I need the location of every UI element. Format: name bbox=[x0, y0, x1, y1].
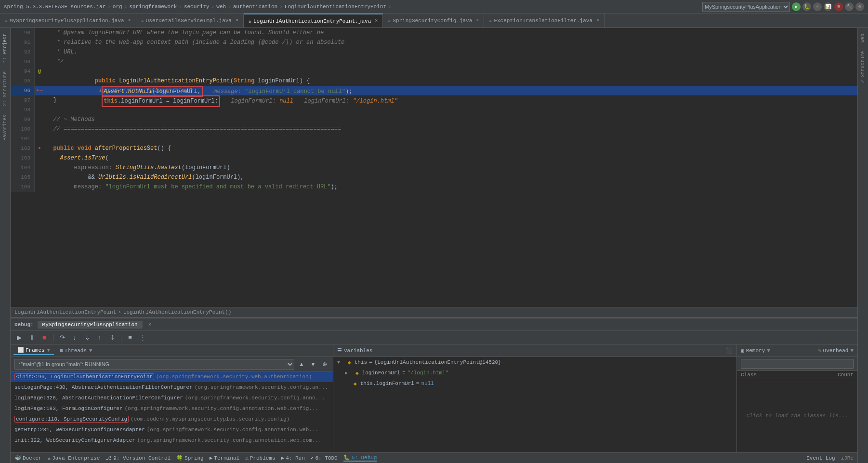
coverage-button[interactable]: ⚡ bbox=[813, 2, 822, 11]
sidebar-item-zstructure[interactable]: Z-Structure bbox=[859, 49, 867, 85]
thread-filter-button[interactable]: ⊕ bbox=[320, 360, 329, 369]
line-number-103: 103 bbox=[11, 153, 35, 163]
more-button[interactable]: ⚙ bbox=[855, 2, 864, 11]
frames-dropdown[interactable]: ▼ bbox=[47, 347, 51, 353]
tab-exception[interactable]: ☕ ExceptionTranslationFilter.java × bbox=[484, 13, 605, 27]
status-version-control[interactable]: ⎇ 9: Version Control bbox=[105, 455, 171, 461]
gutter-92 bbox=[35, 47, 44, 57]
close-icon-2[interactable]: × bbox=[236, 18, 238, 23]
gutter-90 bbox=[35, 28, 44, 38]
sidebar-item-project[interactable]: 1: Project bbox=[1, 32, 9, 65]
status-terminal[interactable]: ▶ Terminal bbox=[210, 455, 239, 461]
var-eq-this: = bbox=[369, 359, 372, 365]
frame-item-0[interactable]: <init>:96, LoginUrlAuthenticationEntryPo… bbox=[11, 371, 333, 382]
status-run[interactable]: ▶ 4: Run bbox=[281, 455, 305, 461]
line-number-104: 104 bbox=[11, 163, 35, 172]
java-icon-1: ☕ bbox=[5, 18, 8, 24]
memory-empty-text[interactable]: Click to load the classes lis... bbox=[737, 379, 857, 452]
step-over-button[interactable]: ↷ bbox=[57, 333, 67, 343]
evaluate-button[interactable]: ≡ bbox=[125, 333, 135, 343]
tab-userdetails[interactable]: ☕ UserDetailsServiceImpl.java × bbox=[136, 13, 244, 27]
step-into-button[interactable]: ↓ bbox=[70, 333, 79, 343]
status-debug[interactable]: 🐛 5: Debug bbox=[343, 454, 377, 462]
resume-button[interactable]: ▶ bbox=[14, 333, 24, 343]
status-spring[interactable]: 🍀 Spring bbox=[176, 455, 204, 461]
sidebar-item-structure[interactable]: 2: Structure bbox=[1, 69, 9, 108]
stop-debug-button[interactable]: ■ bbox=[39, 333, 49, 343]
threads-dropdown[interactable]: ▼ bbox=[89, 348, 92, 354]
sidebar-item-web[interactable]: Web bbox=[859, 32, 867, 44]
memory-table-header: Class Count bbox=[737, 371, 857, 379]
memory-search bbox=[737, 357, 857, 371]
var-this-loginformurl[interactable]: ◆ this.loginFormUrl = null bbox=[333, 378, 736, 389]
tab-loginurl[interactable]: ☕ LoginUrlAuthenticationEntryPoint.java … bbox=[244, 13, 383, 27]
line-number-99: 99 bbox=[11, 115, 35, 124]
overhead-dropdown[interactable]: ▼ bbox=[850, 348, 854, 354]
debug-app-tab[interactable]: MySpingsecurityPlusApplication bbox=[38, 321, 143, 329]
thread-selector[interactable]: *"main"@1 in group "main": RUNNING bbox=[14, 359, 294, 370]
close-icon-3[interactable]: × bbox=[375, 18, 378, 24]
status-docker[interactable]: 🐳 Docker bbox=[14, 455, 42, 461]
code-text-91: * relative to the web-app context path (… bbox=[44, 38, 857, 47]
thread-up-button[interactable]: ▲ bbox=[297, 360, 306, 369]
left-panel-labels: 1: Project 2: Structure Favorites bbox=[0, 28, 11, 463]
status-problems[interactable]: ⚠ Problems bbox=[245, 455, 275, 461]
terminal-label: Terminal bbox=[214, 455, 239, 461]
run-button[interactable]: ▶ bbox=[792, 2, 801, 11]
var-arrow-lfu[interactable]: ▶ bbox=[345, 370, 348, 376]
frame-item-2[interactable]: loginPage:326, AbstractAuthenticationFil… bbox=[11, 393, 333, 403]
eventlog-label: Event Log bbox=[806, 455, 835, 461]
line-number-91: 91 bbox=[11, 38, 35, 47]
pause-button[interactable]: ⏸ bbox=[27, 333, 37, 343]
thread-down-button[interactable]: ▼ bbox=[309, 360, 317, 369]
code-text-105: && UrlUtils.isValidRedirectUrl(loginForm… bbox=[44, 172, 857, 182]
status-todo[interactable]: ✔ 6: TODO bbox=[311, 455, 338, 461]
memory-content: Class Count Click to load the classes li… bbox=[737, 357, 857, 452]
var-arrow-this[interactable]: ▼ bbox=[337, 360, 340, 365]
variables-header: ☰ Variables ⬛ bbox=[333, 344, 736, 357]
gutter-95 bbox=[35, 76, 44, 86]
frame-item-3[interactable]: loginPage:183, FormLoginConfigurer (org.… bbox=[11, 403, 333, 414]
threads-tab[interactable]: ≡ Threads ▼ bbox=[56, 347, 96, 355]
build-button[interactable]: 🔨 bbox=[845, 2, 854, 11]
stop-button[interactable]: ■ bbox=[834, 2, 843, 11]
frame-item-4[interactable]: configure:118, SpringSecurityConfig (com… bbox=[11, 414, 333, 424]
var-this[interactable]: ▼ ◆ this = {LoginUrlAuthenticationEntryP… bbox=[333, 357, 736, 368]
debug-status-icon: 🐛 bbox=[343, 454, 350, 461]
var-loginformurl[interactable]: ▶ ◆ loginFormUrl = "/login.html" bbox=[333, 368, 736, 378]
close-icon-5[interactable]: × bbox=[596, 18, 599, 23]
code-text-94: public LoginUrlAuthenticationEntryPoint(… bbox=[44, 66, 857, 76]
memory-search-input[interactable] bbox=[741, 359, 854, 369]
terminal-icon: ▶ bbox=[210, 455, 213, 461]
tab-label-1: MySpringsecurityPlusApplication.java bbox=[10, 18, 124, 24]
memory-title: Memory bbox=[746, 348, 765, 354]
var-expand-icon[interactable]: ⬛ bbox=[726, 347, 733, 354]
problems-icon: ⚠ bbox=[245, 455, 249, 461]
force-step-button[interactable]: ⇓ bbox=[82, 333, 92, 343]
sidebar-item-favorites[interactable]: Favorites bbox=[1, 113, 9, 143]
app-selector[interactable]: MySpringsecurityPlusApplication bbox=[702, 2, 790, 12]
frame-item-6[interactable]: init:322, WebSecurityConfigurerAdapter (… bbox=[11, 435, 333, 446]
tab-bar: ☕ MySpringsecurityPlusApplication.java ×… bbox=[0, 13, 868, 28]
frame-item-1[interactable]: setLoginPage:430, AbstractAuthentication… bbox=[11, 382, 333, 393]
run-to-cursor-button[interactable]: ⤵ bbox=[107, 333, 117, 343]
status-java-enterprise[interactable]: ☕ Java Enterprise bbox=[48, 455, 100, 461]
code-text-90: * @param loginFormUrl URL where the logi… bbox=[44, 28, 857, 38]
code-text-106: message: "loginFormUrl must be specified… bbox=[44, 182, 857, 192]
tab-springsecurity[interactable]: ☕ SpringSecurityConfig.java × bbox=[383, 13, 484, 27]
step-out-button[interactable]: ↑ bbox=[95, 333, 105, 343]
profile-button[interactable]: 📊 bbox=[824, 2, 832, 11]
status-eventlog[interactable]: Event Log bbox=[806, 455, 835, 461]
watch-button[interactable]: ⋮ bbox=[138, 333, 147, 343]
frames-tab[interactable]: ⬜ Frames ▼ bbox=[13, 346, 54, 355]
memory-dropdown[interactable]: ▼ bbox=[767, 348, 770, 354]
debug-close-icon[interactable]: × bbox=[148, 322, 152, 328]
var-val-this-lfu: null bbox=[421, 381, 434, 386]
close-icon-4[interactable]: × bbox=[476, 18, 479, 23]
debug-run-button[interactable]: 🐛 bbox=[802, 2, 811, 11]
tab-myspringsecurity[interactable]: ☕ MySpringsecurityPlusApplication.java × bbox=[0, 13, 136, 27]
run-controls: MySpringsecurityPlusApplication ▶ 🐛 ⚡ 📊 … bbox=[702, 2, 864, 12]
close-icon-1[interactable]: × bbox=[128, 18, 131, 23]
code-text-102: public void afterPropertiesSet() { bbox=[44, 144, 857, 153]
frame-item-5[interactable]: getHttp:231, WebSecurityConfigurerAdapte… bbox=[11, 424, 333, 435]
